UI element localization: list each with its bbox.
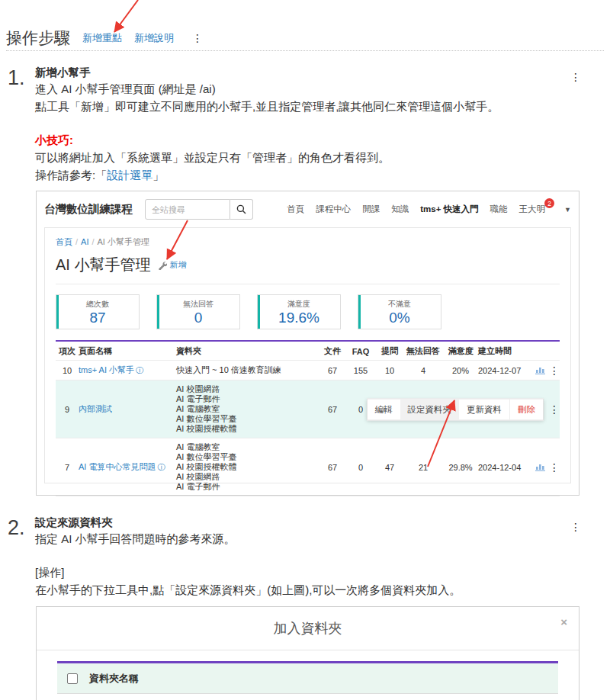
bar-chart-icon[interactable] (535, 462, 545, 473)
add-highlight-link[interactable]: 新增重點 (82, 31, 122, 45)
table-header-row: 項次 頁面名稱 資料夾 文件 FAQ 提問 無法回答 滿意度 建立時間 (56, 340, 560, 361)
row-more-options-icon[interactable]: ⋮ (549, 365, 560, 376)
site-header: 台灣數位訓練課程 首頁 課程中心 開課 知識 tms+ 快速入門 職能 王大明 … (37, 191, 579, 220)
page-title: 操作步驟 (6, 27, 70, 49)
menu-item-set-folder[interactable]: 設定資料夾 (400, 399, 460, 419)
step-title: 設定來源資料夾 (35, 515, 604, 530)
menu-item-delete[interactable]: 刪除 (509, 399, 543, 419)
nav-item-courses[interactable]: 課程中心 (316, 204, 351, 215)
nav-item-knowledge[interactable]: 知識 (391, 204, 409, 215)
chevron-down-icon[interactable]: ▼ (564, 206, 571, 214)
doc-header: 操作步驟 新增重點 新增說明 ⋮ (6, 26, 604, 51)
search-input[interactable] (145, 199, 230, 220)
step-text-line: 進入 AI 小幫手管理頁面 (網址是 /ai) (35, 80, 604, 98)
close-icon[interactable]: × (560, 616, 567, 628)
nav-item-open-course[interactable]: 開課 (362, 204, 380, 215)
bar-chart-icon[interactable] (535, 365, 545, 376)
breadcrumb-ai[interactable]: AI (81, 237, 88, 246)
stat-card-unanswered: 無法回答 0 (156, 294, 240, 329)
table-row: 9 內部測試 AI 校園網路 AI 電子郵件 AI 電腦教室 AI 數位學習平臺… (56, 381, 560, 438)
more-options-icon[interactable]: ⋮ (570, 522, 581, 532)
helper-table: 項次 頁面名稱 資料夾 文件 FAQ 提問 無法回答 滿意度 建立時間 10 t… (56, 340, 560, 496)
breadcrumb-current: AI 小幫手管理 (98, 237, 149, 246)
search-icon (236, 204, 246, 214)
stats-row: 總次數 87 無法回答 0 滿意度 19.6% 不滿意 0% (56, 294, 560, 329)
folder-table: 資料夾名稱 (57, 661, 558, 694)
tip-text: 可以將網址加入「系統選單」並設定只有「管理者」的角色才看得到。 (35, 149, 604, 166)
wrench-icon (158, 261, 167, 270)
user-menu[interactable]: 王大明 2 (519, 204, 549, 215)
nav-item-home[interactable]: 首頁 (287, 204, 304, 215)
menu-item-update-data[interactable]: 更新資料 (459, 399, 509, 419)
site-nav: 首頁 課程中心 開課 知識 tms+ 快速入門 職能 王大明 2 ▼ (287, 204, 571, 215)
modal-title: 加入資料夾 (274, 619, 342, 637)
more-options-icon[interactable]: ⋮ (192, 33, 203, 43)
embedded-screenshot-add-folder-modal: 加入資料夾 × 資料夾名稱 (36, 606, 580, 700)
site-search (145, 199, 253, 220)
notification-badge: 2 (544, 198, 554, 208)
row-more-options-icon[interactable]: ⋮ (549, 404, 560, 415)
admin-page-title: AI 小幫手管理 (56, 255, 150, 275)
breadcrumb-home[interactable]: 首頁 (56, 237, 72, 246)
helper-name-link[interactable]: tms+ AI 小幫手 (79, 365, 134, 374)
reference-line: 操作請參考:「設計選單」 (35, 166, 604, 184)
stat-card-satisfaction: 滿意度 19.6% (257, 294, 341, 329)
operation-text: 在小幫手的下拉工具中,點「設定來源資料夾」(如上圖),可以一次將多個資料夾加入。 (35, 581, 604, 599)
info-icon[interactable]: ⓘ (157, 463, 165, 471)
stat-card-total: 總次數 87 (56, 294, 140, 329)
search-button[interactable] (230, 199, 253, 220)
stat-card-dissatisfied: 不滿意 0% (358, 294, 441, 329)
step-text-line: 點工具「新增」即可建立不同應用的小幫手,並且指定管理者,讓其他同仁來管理這個小幫… (35, 98, 604, 115)
info-icon[interactable]: ⓘ (136, 366, 143, 374)
row-context-menu: 編輯 設定資料夾 更新資料 刪除 (367, 398, 544, 420)
step-2: 2. 設定來源資料夾 指定 AI 小幫手回答問題時的參考來源。 [操作] 在小幫… (8, 515, 604, 599)
add-description-link[interactable]: 新增說明 (134, 31, 174, 45)
folder-table-header: 資料夾名稱 (57, 663, 558, 694)
helper-name-link[interactable]: 內部測試 (79, 404, 112, 413)
step-title: 新增小幫手 (35, 66, 604, 80)
step-text-line: 指定 AI 小幫手回答問題時的參考來源。 (35, 530, 604, 547)
site-title: 台灣數位訓練課程 (44, 202, 133, 217)
menu-item-edit[interactable]: 編輯 (368, 399, 400, 419)
more-options-icon[interactable]: ⋮ (570, 72, 581, 82)
row-more-options-icon[interactable]: ⋮ (549, 462, 560, 473)
folder-name-column-header: 資料夾名稱 (89, 672, 139, 686)
add-helper-link[interactable]: 新增 (158, 259, 186, 271)
user-name: 王大明 (519, 204, 546, 214)
nav-item-tms-quickstart[interactable]: tms+ 快速入門 (420, 204, 478, 215)
tip-title: 小技巧: (35, 131, 604, 149)
content-card: 首頁/AI/AI 小幫手管理 AI 小幫手管理 新增 總次數 87 無法回答 0… (44, 227, 571, 483)
design-menu-link[interactable]: 設計選單 (107, 169, 152, 181)
step-1: 1. 新增小幫手 進入 AI 小幫手管理頁面 (網址是 /ai) 點工具「新增」… (8, 66, 604, 184)
table-row: 7 AI 電算中心常見問題ⓘ AI 電腦教室 AI 數位學習平臺 AI 校園授權… (56, 438, 560, 496)
step-number: 2. (8, 517, 29, 599)
helper-name-link[interactable]: AI 電算中心常見問題 (79, 462, 156, 471)
operation-label: [操作] (35, 564, 604, 581)
step-number: 1. (8, 67, 29, 184)
breadcrumb: 首頁/AI/AI 小幫手管理 (56, 236, 560, 248)
nav-item-competency[interactable]: 職能 (490, 204, 508, 215)
embedded-screenshot-ai-helper-admin: 台灣數位訓練課程 首頁 課程中心 開課 知識 tms+ 快速入門 職能 王大明 … (36, 191, 580, 496)
select-all-checkbox[interactable] (67, 673, 78, 684)
table-row: 10 tms+ AI 小幫手ⓘ 快速入門 ~ 10 倍速教育訓練 67 155 … (56, 361, 560, 381)
